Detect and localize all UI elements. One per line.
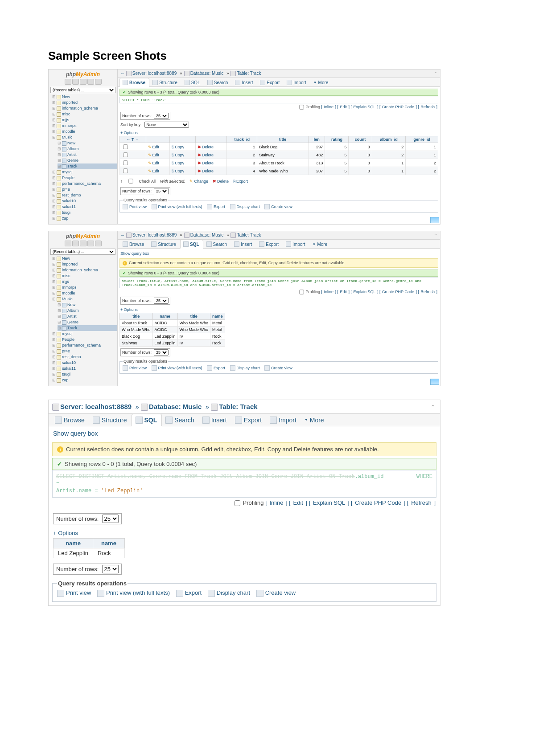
docs-icon[interactable] <box>87 79 94 85</box>
sql-icon[interactable] <box>80 241 86 246</box>
tab-browse[interactable]: Browse <box>119 78 149 87</box>
docs-icon[interactable] <box>87 241 94 246</box>
sort-key-select[interactable]: None <box>144 122 189 128</box>
home-icon[interactable] <box>65 79 71 85</box>
breadcrumb-db[interactable]: Music <box>183 403 202 410</box>
db-tree-item[interactable]: ⊞moodle <box>52 129 115 135</box>
db-tree-item[interactable]: ⊞information_schema <box>52 267 115 273</box>
print-view[interactable]: Print view <box>129 204 147 209</box>
table-tree-item[interactable]: ⊞Artist <box>58 152 115 158</box>
collapse-icon[interactable]: ⌃ <box>434 233 437 238</box>
db-tree-item[interactable]: ⊞People <box>52 175 115 181</box>
link-explain[interactable]: Explain SQL <box>354 105 376 109</box>
link-explain[interactable]: Explain SQL <box>313 499 345 506</box>
tab-export[interactable]: Export <box>257 78 284 86</box>
row-copy[interactable]: Copy <box>170 143 196 151</box>
row-edit[interactable]: Edit <box>146 159 170 167</box>
bulk-change[interactable]: Change <box>189 179 208 184</box>
row-delete[interactable]: ✖Delete <box>196 143 227 151</box>
db-tree-item[interactable]: ⊞New <box>52 94 115 100</box>
create-view[interactable]: Create view <box>271 366 292 370</box>
display-chart[interactable]: Display chart <box>237 366 260 370</box>
tab-browse[interactable]: Browse <box>51 414 89 426</box>
row-edit[interactable]: Edit <box>146 167 170 175</box>
db-tree-item[interactable]: ⊞moodle <box>52 290 115 296</box>
logout-icon[interactable] <box>72 241 79 246</box>
db-tree-item[interactable]: ⊞zap <box>52 377 115 383</box>
tab-insert[interactable]: Insert <box>199 414 231 426</box>
profiling-checkbox[interactable] <box>300 105 304 110</box>
db-tree-item[interactable]: ⊞mjjs <box>52 279 115 285</box>
options-toggle[interactable]: + Options <box>53 530 436 536</box>
breadcrumb-server[interactable]: localhost:8889 <box>85 403 132 410</box>
tab-export[interactable]: Export <box>256 240 283 248</box>
recent-tables-select[interactable]: (Recent tables) ... <box>50 249 115 255</box>
print-view[interactable]: Print view <box>129 366 147 370</box>
link-php[interactable]: Create PHP Code <box>382 105 414 109</box>
db-tree-item[interactable]: ⊞mjjs <box>52 117 115 123</box>
num-rows-select[interactable]: 25 <box>154 188 169 194</box>
show-query-box[interactable]: Show query box <box>53 430 98 437</box>
tab-structure[interactable]: Structure <box>149 78 181 86</box>
profiling-checkbox[interactable] <box>300 290 304 294</box>
print-view-full[interactable]: Print view (with full texts) <box>158 366 202 370</box>
recent-tables-select[interactable]: (Recent tables) ... <box>50 87 115 93</box>
row-edit[interactable]: Edit <box>146 143 170 151</box>
breadcrumb-table[interactable]: Track <box>250 233 261 237</box>
create-view[interactable]: Create view <box>265 589 296 596</box>
link-inline[interactable]: Inline <box>324 105 333 109</box>
options-toggle[interactable]: + Options <box>120 307 440 312</box>
display-chart[interactable]: Display chart <box>217 589 250 596</box>
display-chart[interactable]: Display chart <box>237 204 260 209</box>
bulk-export[interactable]: Export <box>233 179 248 184</box>
breadcrumb-db[interactable]: Music <box>212 233 223 237</box>
db-tree-item[interactable]: ⊞imported <box>52 262 115 267</box>
tab-insert[interactable]: Insert <box>231 240 256 248</box>
table-tree-item[interactable]: ⊞Track <box>58 163 117 169</box>
tab-insert[interactable]: Insert <box>232 78 257 86</box>
db-tree-item[interactable]: ⊞sakai11 <box>52 204 115 210</box>
profiling-checkbox[interactable] <box>235 500 240 506</box>
db-tree-item[interactable]: ⊞mysql <box>52 331 115 337</box>
db-tree-item[interactable]: ⊞tsugi <box>52 372 115 377</box>
db-tree-item[interactable]: ⊞New <box>52 256 115 262</box>
resize-corner[interactable] <box>430 217 439 223</box>
collapse-icon[interactable]: ⌃ <box>430 404 436 411</box>
row-checkbox[interactable] <box>123 145 128 149</box>
breadcrumb-table[interactable]: Track <box>250 71 261 76</box>
row-delete[interactable]: ✖Delete <box>196 159 227 167</box>
row-checkbox[interactable] <box>123 153 128 157</box>
db-tree-item[interactable]: ⊞tsugi <box>52 210 115 216</box>
bulk-delete[interactable]: ✖Delete <box>213 179 229 184</box>
reload-icon[interactable] <box>95 79 102 85</box>
db-tree-item[interactable]: ⊞performance_schema <box>52 181 115 187</box>
link-inline[interactable]: Inline <box>269 499 283 506</box>
tab-more[interactable]: ▼ More <box>301 414 329 426</box>
link-edit[interactable]: Edit <box>340 105 347 109</box>
db-tree-item[interactable]: ⊞Music <box>52 296 115 302</box>
row-copy[interactable]: Copy <box>170 151 196 159</box>
options-toggle[interactable]: + Options <box>120 131 440 135</box>
home-icon[interactable] <box>65 241 71 246</box>
tab-import[interactable]: Import <box>283 240 309 248</box>
db-tree-item[interactable]: ⊞pr4e <box>52 348 115 354</box>
tab-export[interactable]: Export <box>231 414 266 426</box>
num-rows-select[interactable]: 25 <box>154 349 169 356</box>
tab-browse[interactable]: Browse <box>119 240 148 248</box>
db-tree-item[interactable]: ⊞mysql <box>52 169 115 175</box>
export-link[interactable]: Export <box>214 366 225 370</box>
tab-sql[interactable]: SQL <box>180 240 203 249</box>
table-tree-item[interactable]: ⊞Album <box>58 308 115 314</box>
link-edit[interactable]: Edit <box>293 499 303 506</box>
row-copy[interactable]: Copy <box>170 159 196 167</box>
row-delete[interactable]: ✖Delete <box>196 151 227 159</box>
link-refresh[interactable]: Refresh <box>420 105 435 109</box>
tab-search[interactable]: Search <box>203 240 231 248</box>
db-tree-item[interactable]: ⊞rest_demo <box>52 354 115 360</box>
db-tree-item[interactable]: ⊞zap <box>52 216 115 221</box>
row-copy[interactable]: Copy <box>170 167 196 175</box>
link-php[interactable]: Create PHP Code <box>355 499 401 506</box>
print-view[interactable]: Print view <box>66 589 91 596</box>
create-view[interactable]: Create view <box>271 204 292 209</box>
tab-structure[interactable]: Structure <box>148 240 180 248</box>
